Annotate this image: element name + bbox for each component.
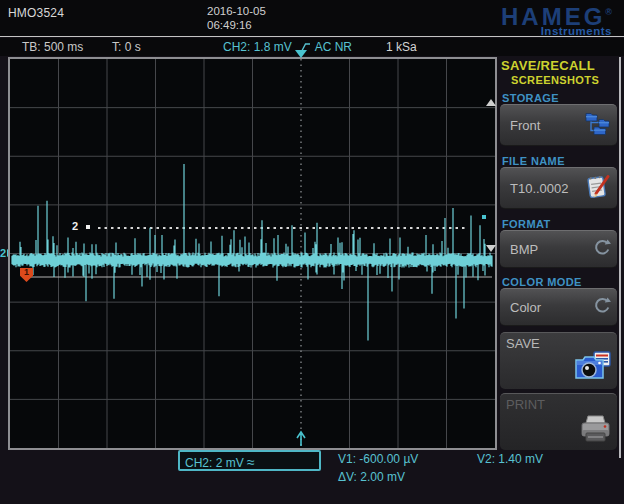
timebase-readout: TB: 500 ms bbox=[22, 40, 83, 54]
datetime: 2016-10-05 06:49:16 bbox=[207, 4, 266, 32]
menu-subtitle: SCREENSHOTS bbox=[511, 74, 599, 86]
model-label: HMO3524 bbox=[8, 6, 64, 20]
cursor-v1-readout: V1: -600.00 µV bbox=[338, 452, 418, 466]
notepad-edit-icon bbox=[585, 174, 611, 203]
time-label: 06:49:16 bbox=[207, 18, 266, 32]
scroll-up-marker-icon bbox=[486, 99, 496, 106]
waveform-display: 2 1 bbox=[8, 57, 497, 450]
channel2-readout-box[interactable]: CH2: 2 mV ≈ bbox=[178, 450, 321, 471]
cycle-icon bbox=[592, 239, 611, 259]
camera-icon bbox=[574, 351, 612, 386]
date-label: 2016-10-05 bbox=[207, 4, 266, 18]
color-mode-value: Color bbox=[510, 300, 541, 315]
header-bar: HMO3524 2016-10-05 06:49:16 HAMEG® Instr… bbox=[0, 0, 624, 37]
format-label: FORMAT bbox=[502, 218, 551, 230]
color-mode-button[interactable]: Color bbox=[500, 288, 617, 326]
sample-rate-readout: 1 kSa bbox=[386, 40, 417, 54]
oscilloscope-screen: HMO3524 2016-10-05 06:49:16 HAMEG® Instr… bbox=[0, 0, 624, 504]
trigger-position-marker-icon bbox=[295, 50, 307, 58]
cursor2-dot-icon bbox=[86, 225, 90, 229]
color-mode-label: COLOR MODE bbox=[502, 276, 582, 288]
print-label: PRINT bbox=[506, 397, 545, 412]
folder-tree-icon bbox=[585, 111, 611, 140]
cursor-delta-v-readout: ΔV: 2.00 mV bbox=[338, 470, 405, 484]
file-name-value: T10..0002 bbox=[510, 181, 569, 196]
registered-mark: ® bbox=[605, 7, 612, 17]
storage-value: Front bbox=[510, 118, 540, 133]
ac-coupling-icon: ≈ bbox=[247, 454, 254, 470]
cycle-icon bbox=[592, 297, 611, 317]
cursor2-label: 2 bbox=[72, 220, 78, 232]
status-bar: TB: 500 ms T: 0 s CH2: 1.8 mV AC NR 1 kS… bbox=[0, 38, 624, 56]
channel2-scale: CH2: 2 mV bbox=[185, 456, 244, 470]
trigger-level-text: CH2: 1.8 mV bbox=[223, 40, 292, 54]
printer-icon bbox=[580, 415, 612, 447]
brand-logo: HAMEG® Instruments bbox=[501, 1, 612, 37]
format-value: BMP bbox=[510, 242, 538, 257]
trigger-readout: CH2: 1.8 mV AC NR bbox=[223, 40, 352, 54]
file-name-button[interactable]: T10..0002 bbox=[500, 167, 617, 209]
trigger-time-readout: T: 0 s bbox=[112, 40, 141, 54]
save-label: SAVE bbox=[506, 336, 540, 351]
file-name-label: FILE NAME bbox=[502, 155, 565, 167]
storage-button[interactable]: Front bbox=[500, 104, 617, 146]
scroll-down-marker-icon bbox=[486, 245, 496, 252]
menu-title: SAVE/RECALL bbox=[501, 58, 595, 73]
channel2-position-label: 2 bbox=[0, 247, 6, 259]
cursor-v2-readout: V2: 1.40 mV bbox=[477, 452, 543, 466]
storage-label: STORAGE bbox=[502, 92, 559, 104]
format-button[interactable]: BMP bbox=[500, 230, 617, 268]
cursor-edge-dot-icon bbox=[482, 215, 486, 219]
sidebar-divider bbox=[619, 57, 621, 458]
save-button[interactable]: SAVE bbox=[500, 332, 617, 389]
waveform-svg bbox=[10, 59, 495, 448]
trigger-mode-text: AC NR bbox=[315, 40, 352, 54]
print-button: PRINT bbox=[500, 393, 617, 450]
